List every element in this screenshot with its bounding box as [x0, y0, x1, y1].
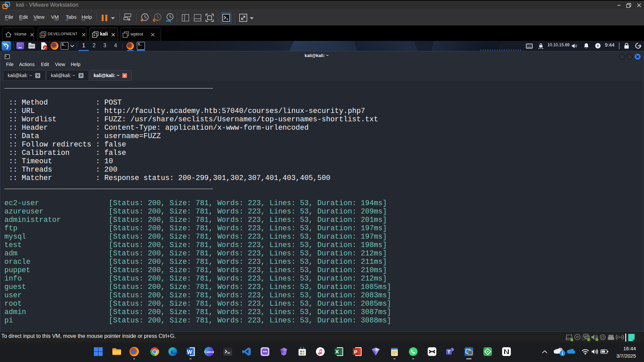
svg-text:W: W [187, 349, 192, 355]
svg-text:P: P [354, 349, 357, 355]
